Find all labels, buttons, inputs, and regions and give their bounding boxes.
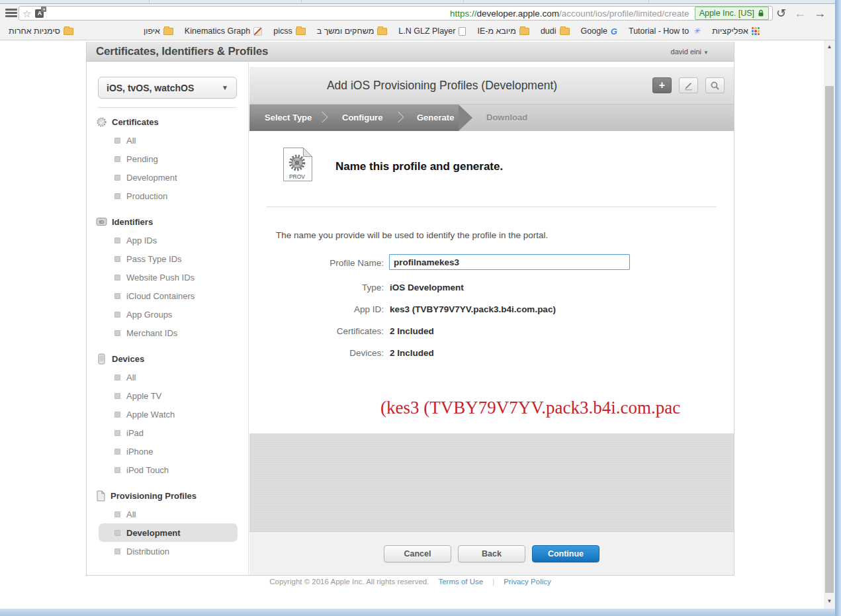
sidebar-item-certificates-development[interactable]: Development <box>99 168 238 187</box>
sidebar-item-app-ids[interactable]: App IDs <box>99 231 238 249</box>
search-icon <box>710 81 720 91</box>
add-button[interactable]: + <box>652 77 672 93</box>
back-button[interactable]: Back <box>458 545 525 562</box>
device-phone-icon <box>96 353 107 365</box>
scrollbar-thumb[interactable] <box>825 86 834 593</box>
sidebar-item-label: iPod Touch <box>126 465 169 475</box>
bookmark-item[interactable]: picss <box>273 26 305 36</box>
sidebar-item-apple-tv[interactable]: Apple TV <box>99 386 238 405</box>
sidebar-item-label: All <box>126 373 136 382</box>
bookmark-item[interactable]: GoogleG <box>581 26 617 36</box>
user-menu[interactable]: david eini ▼ <box>671 48 709 56</box>
red-annotation-text: (kes3 (TVBY79V7YV.pack3.b4i.com.pac <box>380 398 680 418</box>
bookmark-label: אפליקציות <box>712 26 748 36</box>
scroll-up-icon[interactable]: ▲ <box>824 42 835 52</box>
sidebar-item-ipod-touch[interactable]: iPod Touch <box>99 461 238 479</box>
id-badge-icon: ID <box>96 217 107 226</box>
menu-icon[interactable] <box>5 9 17 18</box>
sidebar: iOS, tvOS, watchOS ▼ Certificates All Pe <box>87 62 249 575</box>
page-footer: Copyright © 2016 Apple Inc. All rights r… <box>86 578 734 586</box>
sidebar-item-profiles-development[interactable]: Development <box>99 523 238 542</box>
bookmark-item[interactable]: מיובא מ-IE <box>477 26 529 36</box>
sidebar-section-devices: Devices <box>96 352 248 365</box>
bookmark-apps[interactable]: אפליקציות <box>712 26 760 36</box>
forward-icon[interactable]: → <box>814 6 826 21</box>
sidebar-item-label: App Groups <box>126 310 172 320</box>
asterisk-favicon: ✳ <box>692 27 701 36</box>
profile-name-input[interactable] <box>389 254 630 270</box>
tab-divider <box>463 0 464 3</box>
translate-icon[interactable]: A <box>35 9 44 18</box>
sidebar-item-app-groups[interactable]: App Groups <box>99 305 238 324</box>
content-description: The name you provide will be used to ide… <box>276 230 548 240</box>
sidebar-item-apple-watch[interactable]: Apple Watch <box>99 405 238 423</box>
security-badge[interactable]: Apple Inc. [US] <box>695 7 769 20</box>
platform-selector[interactable]: iOS, tvOS, watchOS ▼ <box>98 77 237 99</box>
vertical-scrollbar[interactable]: ▲ ▼ <box>824 40 835 609</box>
step-generate[interactable]: Generate <box>417 105 454 131</box>
cancel-button[interactable]: Cancel <box>384 545 451 562</box>
step-download[interactable]: Download <box>486 105 527 131</box>
sidebar-divider <box>98 107 237 108</box>
bookmark-label: איפון <box>144 26 160 36</box>
kinematics-favicon <box>253 27 262 36</box>
back-icon[interactable]: ← <box>794 6 806 21</box>
reload-icon[interactable]: ↺ <box>776 6 786 21</box>
sidebar-item-icloud-containers[interactable]: iCloud Containers <box>99 286 238 305</box>
security-badge-label: Apple Inc. [US] <box>699 9 754 18</box>
bullet-icon <box>114 412 120 418</box>
sidebar-item-label: App IDs <box>126 236 157 245</box>
sidebar-item-pass-type-ids[interactable]: Pass Type IDs <box>99 249 238 268</box>
sidebar-item-iphone[interactable]: iPhone <box>99 442 238 461</box>
sidebar-item-certificates-pending[interactable]: Pending <box>99 150 238 168</box>
bookmark-item[interactable]: dudi <box>541 26 570 36</box>
sidebar-section-provisioning-profiles: Provisioning Profiles <box>96 489 248 502</box>
sidebar-item-devices-all[interactable]: All <box>99 368 238 386</box>
folder-icon <box>163 28 173 35</box>
wizard-title: Add iOS Provisioning Profiles (Developme… <box>249 67 635 105</box>
step-configure[interactable]: Configure <box>342 105 382 131</box>
prov-file-label: PROV <box>289 173 305 180</box>
sidebar-item-ipad[interactable]: iPad <box>99 423 238 442</box>
type-label: Type: <box>276 283 384 292</box>
bookmark-item[interactable]: איפון <box>144 26 173 36</box>
privacy-policy-link[interactable]: Privacy Policy <box>504 578 551 586</box>
bookmark-item[interactable]: Tutorial - How to✳ <box>629 26 701 36</box>
edit-icon <box>684 81 693 91</box>
wizard-steps-nav: Select Type Configure Generate Download <box>249 105 734 131</box>
terms-of-use-link[interactable]: Terms of Use <box>438 578 483 586</box>
sidebar-item-certificates-all[interactable]: All <box>99 131 238 150</box>
sidebar-item-label: Merchant IDs <box>126 328 177 338</box>
svg-text:ID: ID <box>99 219 105 225</box>
bookmark-other[interactable]: סימניות אחרות <box>9 26 73 36</box>
type-value: iOS Development <box>390 283 464 292</box>
bullet-icon <box>114 467 120 473</box>
sidebar-item-website-push-ids[interactable]: Website Push IDs <box>99 268 238 286</box>
scroll-down-icon[interactable]: ▼ <box>824 596 835 607</box>
search-button[interactable] <box>705 77 725 93</box>
lock-icon <box>758 9 764 17</box>
sidebar-item-label: Pending <box>126 154 158 164</box>
developer-portal-card: Certificates, Identifiers & Profiles dav… <box>86 42 734 576</box>
sidebar-item-merchant-ids[interactable]: Merchant IDs <box>99 324 238 342</box>
folder-icon <box>519 28 529 35</box>
add-icon: + <box>659 79 665 91</box>
bookmark-item[interactable]: Kinematics Graph <box>185 26 262 36</box>
sidebar-item-profiles-all[interactable]: All <box>99 505 238 523</box>
sidebar-item-label: Apple Watch <box>126 410 175 419</box>
bookmark-item[interactable]: משחקים ומשך ב <box>317 26 388 36</box>
step-select-type[interactable]: Select Type <box>265 105 312 131</box>
bookmark-star-icon[interactable]: ☆ <box>22 9 31 19</box>
content-divider <box>267 206 717 207</box>
sidebar-item-profiles-distribution[interactable]: Distribution <box>99 542 238 560</box>
url-host: developer.apple.com <box>476 9 559 19</box>
wizard-content: PROV Name this profile and generate. The… <box>249 131 734 433</box>
address-bar[interactable]: ☆ A https://developer.apple.com/account/… <box>19 6 773 21</box>
sidebar-item-certificates-production[interactable]: Production <box>99 187 238 205</box>
sidebar-item-label: Distribution <box>126 547 169 556</box>
bullet-icon <box>114 138 120 144</box>
bullet-icon <box>114 175 120 181</box>
continue-button[interactable]: Continue <box>532 545 599 562</box>
bookmark-item[interactable]: L.N GLZ Player <box>398 26 466 36</box>
edit-button[interactable] <box>679 77 698 93</box>
